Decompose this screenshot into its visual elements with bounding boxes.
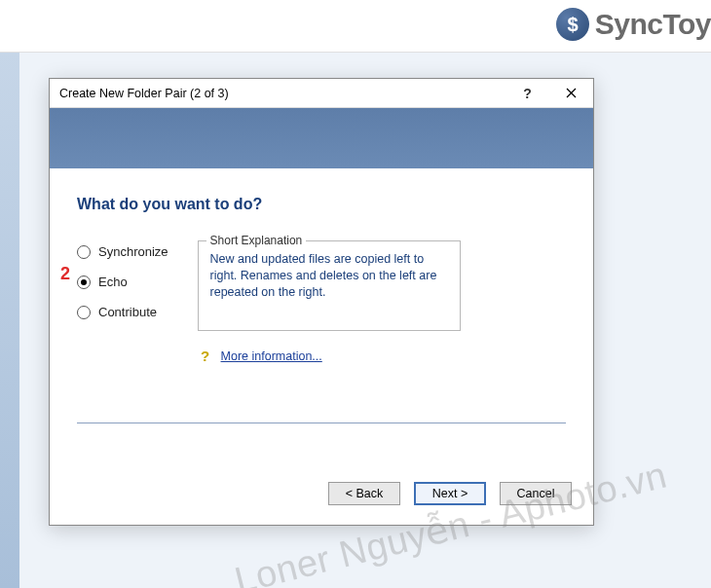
- radio-synchronize[interactable]: Synchronize: [77, 244, 168, 259]
- separator: [77, 423, 566, 423]
- brand-name: SyncToy: [595, 8, 711, 41]
- synctoy-logo-icon: $: [556, 8, 589, 41]
- more-information-link[interactable]: More information...: [221, 349, 322, 363]
- app-header: $ SyncToy: [0, 0, 711, 53]
- radio-label: Synchronize: [98, 244, 168, 259]
- brand: $ SyncToy: [556, 8, 711, 41]
- radio-echo[interactable]: Echo: [77, 275, 168, 289]
- back-button[interactable]: < Back: [328, 482, 400, 505]
- next-button[interactable]: Next >: [414, 482, 486, 505]
- close-button[interactable]: [549, 79, 593, 108]
- close-icon: [566, 88, 577, 98]
- dialog-title: Create New Folder Pair (2 of 3): [59, 87, 505, 100]
- radio-icon: [77, 276, 91, 289]
- help-button[interactable]: ?: [505, 79, 549, 108]
- cancel-button[interactable]: Cancel: [500, 482, 572, 505]
- radio-label: Echo: [98, 275, 128, 289]
- wizard-banner: [50, 108, 593, 168]
- question-icon: ?: [198, 349, 213, 364]
- action-options: Synchronize Echo Contribute: [77, 240, 168, 364]
- outer-sidebar: [0, 53, 19, 588]
- explanation-legend: Short Explanation: [206, 233, 307, 248]
- annotation-step-number: 2: [60, 264, 70, 284]
- radio-label: Contribute: [98, 305, 157, 319]
- explanation-text: New and updated files are copied left to…: [210, 252, 437, 299]
- short-explanation-box: Short Explanation New and updated files …: [198, 240, 461, 331]
- wizard-heading: What do you want to do?: [77, 196, 566, 213]
- wizard-body: What do you want to do? 2 Synchronize Ec…: [50, 168, 593, 470]
- radio-icon: [77, 306, 91, 319]
- dialog-titlebar: Create New Folder Pair (2 of 3) ?: [50, 79, 593, 108]
- radio-contribute[interactable]: Contribute: [77, 305, 168, 319]
- wizard-dialog: Create New Folder Pair (2 of 3) ? What d…: [49, 78, 594, 526]
- wizard-button-row: < Back Next > Cancel: [50, 470, 593, 525]
- radio-icon: [77, 245, 91, 259]
